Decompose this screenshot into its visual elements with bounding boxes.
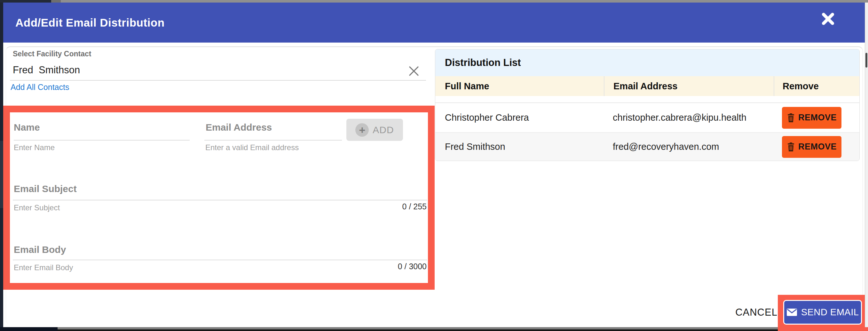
add-contact-button[interactable]: + ADD bbox=[346, 119, 403, 141]
table-spacer-row bbox=[435, 96, 859, 103]
trash-icon bbox=[787, 142, 795, 152]
add-all-contacts-link[interactable]: Add All Contacts bbox=[10, 83, 69, 92]
remove-button[interactable]: REMOVE bbox=[782, 107, 841, 129]
name-label: Name bbox=[14, 122, 40, 133]
cancel-button[interactable]: CANCEL bbox=[737, 306, 776, 319]
column-header-full-name: Full Name bbox=[445, 81, 489, 91]
remove-button[interactable]: REMOVE bbox=[782, 136, 841, 158]
background-bottom-dark bbox=[0, 327, 58, 331]
email-distribution-modal: Add/Edit Email Distribution Select Facil… bbox=[0, 0, 868, 331]
email-subject-label: Email Subject bbox=[14, 184, 77, 194]
modal-header: Add/Edit Email Distribution bbox=[3, 3, 865, 43]
facility-contact-input[interactable]: Fred Smithson bbox=[13, 64, 80, 76]
plus-circle-icon: + bbox=[355, 123, 369, 137]
scrollbar-track[interactable] bbox=[865, 3, 868, 327]
email-subject-input[interactable] bbox=[13, 200, 427, 200]
add-contact-form: Name Enter Name Email Address Enter a va… bbox=[10, 112, 428, 283]
contact-input-underline bbox=[10, 80, 426, 81]
select-facility-contact-label: Select Facility Contact bbox=[13, 50, 91, 58]
envelope-icon bbox=[786, 308, 797, 316]
send-email-label: SEND EMAIL bbox=[801, 307, 859, 318]
email-address-label: Email Address bbox=[206, 122, 272, 133]
background-topbar-square bbox=[51, 0, 61, 3]
close-button[interactable] bbox=[817, 8, 839, 29]
row-email: fred@recoveryhaven.com bbox=[604, 141, 774, 152]
close-icon bbox=[821, 11, 835, 26]
background-sidebar-band bbox=[0, 141, 3, 208]
clear-x-icon bbox=[408, 65, 420, 77]
body-char-counter: 0 / 3000 bbox=[398, 262, 427, 271]
email-body-input[interactable] bbox=[13, 259, 427, 260]
email-address-placeholder: Enter a valid Email address bbox=[205, 143, 299, 152]
email-subject-placeholder: Enter Subject bbox=[14, 203, 60, 212]
background-topbar-gray bbox=[61, 0, 868, 3]
scrollbar-thumb[interactable] bbox=[865, 53, 867, 67]
background-bottom-gray bbox=[58, 327, 868, 329]
clear-contact-button[interactable] bbox=[407, 64, 421, 78]
background-topbar-dark bbox=[0, 0, 51, 3]
send-email-button[interactable]: SEND EMAIL bbox=[784, 301, 861, 324]
highlighted-form-region: Name Enter Name Email Address Enter a va… bbox=[3, 106, 435, 290]
column-header-remove: Remove bbox=[783, 81, 819, 91]
table-row: Fred Smithson fred@recoveryhaven.com REM… bbox=[435, 133, 859, 161]
row-full-name: Fred Smithson bbox=[435, 141, 604, 152]
background-bottom-line bbox=[58, 329, 868, 331]
email-body-placeholder: Enter Email Body bbox=[14, 263, 73, 272]
name-placeholder: Enter Name bbox=[14, 143, 55, 152]
remove-button-label: REMOVE bbox=[798, 142, 837, 152]
distribution-list-panel: Distribution List Full Name Email Addres… bbox=[435, 49, 860, 161]
name-input[interactable] bbox=[14, 140, 190, 140]
subject-char-counter: 0 / 255 bbox=[402, 202, 427, 211]
distribution-list-header-row: Full Name Email Address Remove bbox=[435, 76, 859, 96]
distribution-list-title: Distribution List bbox=[435, 49, 859, 76]
column-header-email: Email Address bbox=[613, 81, 677, 91]
email-body-label: Email Body bbox=[14, 244, 66, 255]
row-email: christopher.cabrera@kipu.health bbox=[604, 112, 774, 123]
email-address-input[interactable] bbox=[205, 140, 342, 140]
row-full-name: Christopher Cabrera bbox=[435, 112, 604, 123]
modal-title: Add/Edit Email Distribution bbox=[16, 16, 165, 29]
remove-button-label: REMOVE bbox=[798, 113, 837, 122]
trash-icon bbox=[787, 113, 795, 123]
table-row: Christopher Cabrera christopher.cabrera@… bbox=[435, 103, 859, 133]
add-button-label: ADD bbox=[373, 125, 394, 135]
